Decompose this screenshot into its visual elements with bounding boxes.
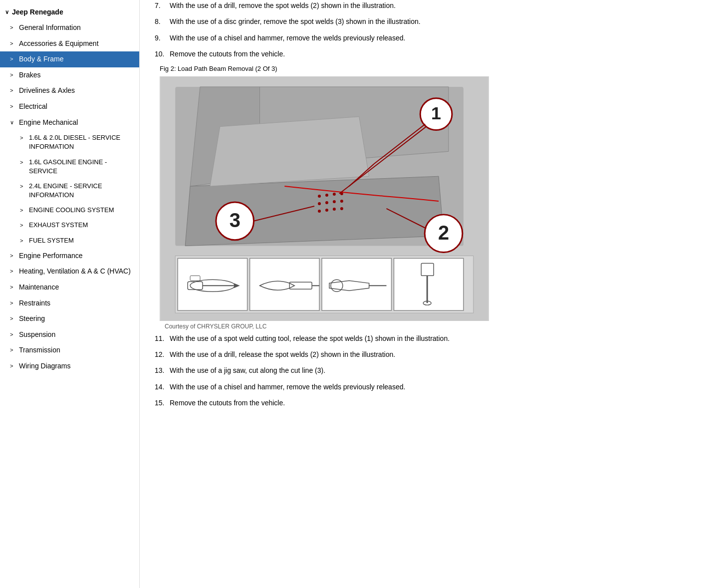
svg-point-7 — [325, 201, 328, 204]
figure-courtesy: Courtesy of CHRYSLER GROUP, LLC — [160, 323, 706, 330]
list-item: 12.With the use of a drill, release the … — [155, 349, 706, 360]
svg-point-3 — [325, 194, 328, 197]
sidebar-item-hvac[interactable]: >Heating, Ventilation & A & C (HVAC) — [0, 264, 139, 280]
sidebar-item-drivelines-axles[interactable]: >Drivelines & Axles — [0, 83, 139, 99]
sidebar-item-brakes[interactable]: >Brakes — [0, 67, 139, 83]
sidebar-root-label: Jeep Renegade — [12, 8, 63, 16]
list-item: 15.Remove the cutouts from the vehicle. — [155, 397, 706, 408]
chevron-icon: > — [10, 252, 16, 260]
svg-rect-37 — [394, 258, 463, 310]
svg-point-11 — [325, 208, 328, 211]
list-item: 7.With the use of a drill, remove the sp… — [155, 0, 706, 11]
sidebar-item-general-information[interactable]: >General Information — [0, 20, 139, 36]
sidebar-item-restraints[interactable]: >Restraints — [0, 295, 139, 311]
step-text: With the use of a spot weld cutting tool… — [170, 333, 450, 344]
svg-text:1: 1 — [431, 103, 441, 123]
step-text: With the use of a jig saw, cut along the… — [170, 365, 325, 376]
svg-point-13 — [340, 207, 343, 210]
svg-point-8 — [333, 200, 336, 203]
chevron-icon: > — [10, 87, 16, 94]
sidebar-item-engine-mech-6[interactable]: >FUEL SYSTEM — [0, 233, 139, 248]
svg-point-4 — [333, 193, 336, 196]
svg-rect-31 — [250, 258, 319, 310]
chevron-icon: > — [10, 268, 16, 275]
list-item: 14.With the use of a chisel and hammer, … — [155, 381, 706, 392]
sidebar-item-transmission[interactable]: >Transmission — [0, 342, 139, 358]
sidebar-root-item[interactable]: ∨ Jeep Renegade — [0, 4, 139, 20]
step-text: Remove the cutouts from the vehicle. — [170, 48, 285, 59]
sidebar-item-label: Engine Mechanical — [19, 118, 134, 128]
sidebar-item-label: Brakes — [19, 70, 134, 80]
figure-caption: Fig 2: Load Path Beam Removal (2 Of 3) — [155, 65, 706, 72]
sidebar-item-steering[interactable]: >Steering — [0, 311, 139, 327]
sidebar-item-wiring-diagrams[interactable]: >Wiring Diagrams — [0, 358, 139, 374]
sidebar-item-label: Transmission — [19, 345, 134, 355]
svg-rect-34 — [322, 258, 391, 310]
sidebar-items-container: >General Information>Accessories & Equip… — [0, 20, 139, 374]
figure-container: 1 3 2 — [160, 76, 706, 330]
chevron-icon: > — [20, 134, 26, 142]
step-text: Remove the cutouts from the vehicle. — [170, 397, 285, 408]
sidebar-item-label: Drivelines & Axles — [19, 86, 134, 96]
sidebar-item-engine-performance[interactable]: >Engine Performance — [0, 248, 139, 264]
figure-image: 1 3 2 — [160, 76, 489, 321]
sidebar-item-body-frame[interactable]: >Body & Frame — [0, 51, 139, 67]
sidebar-item-engine-mech-1[interactable]: >1.6L & 2.0L DIESEL - SERVICE INFORMATIO… — [0, 130, 139, 154]
step-number: 12. — [155, 349, 170, 360]
chevron-icon: > — [20, 207, 26, 214]
chevron-icon: > — [10, 362, 16, 370]
chevron-icon: > — [10, 55, 16, 63]
sidebar-item-engine-mechanical[interactable]: ∨Engine Mechanical — [0, 115, 139, 131]
step-number: 11. — [155, 333, 170, 344]
sidebar-item-label: EXHAUST SYSTEM — [29, 221, 134, 230]
sidebar-item-label: Electrical — [19, 102, 134, 112]
step-number: 10. — [155, 48, 170, 59]
sidebar-item-engine-mech-5[interactable]: >EXHAUST SYSTEM — [0, 218, 139, 233]
chevron-icon: > — [20, 222, 26, 229]
svg-point-12 — [333, 207, 336, 210]
steps-before-list: 7.With the use of a drill, remove the sp… — [155, 0, 706, 60]
step-number: 14. — [155, 381, 170, 392]
sidebar-item-label: 1.6L GASOLINE ENGINE - SERVICE — [29, 158, 134, 176]
sidebar-item-label: 2.4L ENGINE - SERVICE INFORMATION — [29, 182, 134, 200]
chevron-icon: > — [10, 331, 16, 338]
figure-svg: 1 3 2 — [160, 77, 488, 320]
list-item: 13.With the use of a jig saw, cut along … — [155, 365, 706, 376]
sidebar-item-maintenance[interactable]: >Maintenance — [0, 280, 139, 295]
sidebar-item-engine-mech-2[interactable]: >1.6L GASOLINE ENGINE - SERVICE — [0, 155, 139, 179]
sidebar-item-engine-mech-3[interactable]: >2.4L ENGINE - SERVICE INFORMATION — [0, 179, 139, 203]
sidebar-item-label: Maintenance — [19, 283, 134, 293]
chevron-icon: > — [10, 40, 16, 47]
sidebar-item-electrical[interactable]: >Electrical — [0, 99, 139, 115]
step-text: With the use of a chisel and hammer, rem… — [170, 381, 405, 392]
list-item: 11.With the use of a spot weld cutting t… — [155, 333, 706, 344]
step-text: With the use of a drill, release the spo… — [170, 349, 395, 360]
sidebar-item-label: Engine Performance — [19, 251, 134, 261]
root-chevron-icon: ∨ — [5, 9, 9, 15]
svg-point-10 — [318, 209, 321, 212]
step-number: 15. — [155, 397, 170, 408]
list-item: 10.Remove the cutouts from the vehicle. — [155, 48, 706, 59]
sidebar-item-label: FUEL SYSTEM — [29, 236, 134, 245]
svg-text:3: 3 — [230, 209, 240, 231]
chevron-icon: > — [10, 284, 16, 291]
svg-text:2: 2 — [438, 221, 449, 243]
step-number: 9. — [155, 32, 170, 43]
sidebar-item-engine-mech-4[interactable]: >ENGINE COOLING SYSTEM — [0, 203, 139, 218]
sidebar-item-accessories-equipment[interactable]: >Accessories & Equipment — [0, 36, 139, 52]
sidebar-item-label: Wiring Diagrams — [19, 361, 134, 371]
sidebar-item-label: Suspension — [19, 330, 134, 340]
sidebar-item-label: 1.6L & 2.0L DIESEL - SERVICE INFORMATION — [29, 133, 134, 151]
sidebar-item-suspension[interactable]: >Suspension — [0, 327, 139, 343]
list-item: 8.With the use of a disc grinder, remove… — [155, 16, 706, 27]
step-number: 8. — [155, 16, 170, 27]
step-text: With the use of a disc grinder, remove t… — [170, 16, 421, 27]
svg-point-6 — [318, 202, 321, 205]
chevron-icon: > — [20, 183, 26, 190]
sidebar-item-label: Steering — [19, 314, 134, 324]
chevron-icon: > — [10, 299, 16, 307]
chevron-icon: > — [10, 346, 16, 354]
sidebar-item-label: Accessories & Equipment — [19, 39, 134, 49]
chevron-icon: > — [10, 315, 16, 322]
step-number: 7. — [155, 0, 170, 11]
